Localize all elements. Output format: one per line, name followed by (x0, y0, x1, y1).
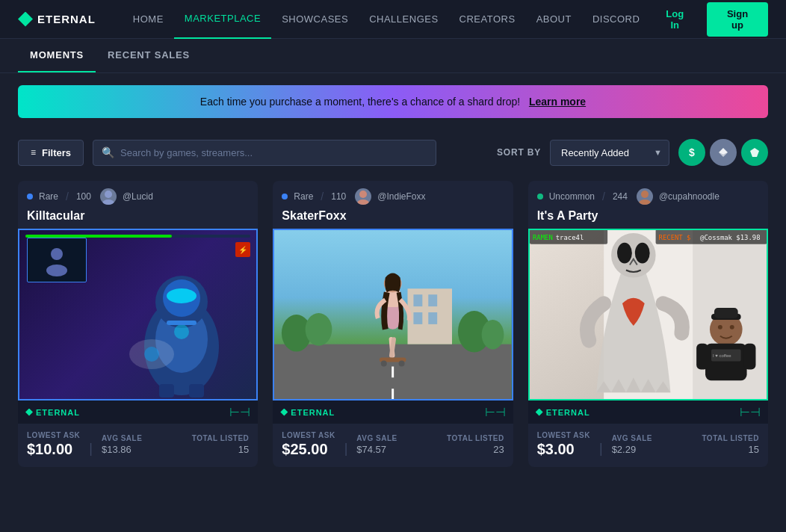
currency-usd-button[interactable]: $ (678, 139, 705, 166)
filters-button[interactable]: ≡ Filters (18, 140, 84, 166)
brand-name: ETERNAL (37, 13, 96, 25)
svg-rect-29 (414, 294, 423, 306)
svg-rect-14 (189, 384, 204, 398)
svg-rect-62 (696, 344, 708, 370)
currency-buttons: $ (678, 139, 768, 166)
nav-actions: Log In Sign up (650, 2, 768, 37)
search-input[interactable] (93, 140, 436, 166)
svg-point-57 (718, 325, 722, 330)
card-image-3: RAMEN trace4l RECENT $ @Cossmak $13.98 (528, 229, 768, 400)
card-killtacular[interactable]: Rare / 100 @Lucid Killtacular (18, 181, 258, 467)
total-listed-label-2: TOTAL LISTED (447, 434, 504, 442)
svg-point-46 (617, 243, 632, 264)
svg-rect-63 (743, 344, 755, 370)
nav-marketplace[interactable]: MARKETPLACE (174, 0, 271, 39)
svg-point-20 (357, 200, 369, 205)
svg-point-7 (46, 265, 67, 276)
nav-about[interactable]: ABOUT (526, 0, 582, 39)
avatar-1 (100, 188, 117, 205)
search-icon: 🔍 (102, 146, 114, 158)
lowest-ask-value-3: $3.00 (537, 441, 590, 458)
card-footer-2: ETERNAL ⊢⊣ (273, 400, 513, 424)
card-title-1: Killtacular (18, 209, 258, 229)
card-skaterfoxx[interactable]: Rare / 110 @IndieFoxx SkaterFoxx (273, 181, 513, 467)
svg-point-18 (144, 347, 159, 362)
avg-sale-label-3: AVG SALE (612, 434, 652, 442)
svg-point-19 (359, 191, 367, 198)
sort-select-wrap: Recently Added Price: Low to High Price:… (550, 140, 669, 166)
rarity-dot-1 (27, 194, 33, 200)
gem-icon (749, 147, 760, 158)
svg-point-58 (729, 325, 734, 330)
svg-point-25 (306, 313, 332, 346)
tab-moments[interactable]: MOMENTS (18, 39, 96, 72)
card-price-row-1: LOWEST ASK $10.00 | AVG SALE $13.86 TOTA… (18, 424, 258, 467)
svg-rect-30 (429, 294, 438, 306)
nav-challenges[interactable]: CHALLENGES (359, 0, 448, 39)
svg-point-38 (381, 360, 387, 366)
sort-select[interactable]: Recently Added Price: Low to High Price:… (550, 140, 669, 166)
eternal-logo-1: ETERNAL (25, 408, 80, 417)
sort-label: SORT BY (497, 147, 541, 158)
streamer-name-1: @Lucid (123, 191, 153, 202)
total-listed-label-1: TOTAL LISTED (192, 434, 250, 442)
svg-rect-56 (714, 308, 738, 318)
circuit-icon-1: ⊢⊣ (229, 405, 250, 419)
svg-text:RAMEN: RAMEN (533, 234, 553, 241)
lowest-ask-label-2: LOWEST ASK (282, 431, 335, 439)
nav-home[interactable]: HOME (123, 0, 174, 39)
streamer-name-2: @IndieFoxx (377, 191, 425, 202)
svg-text:@Cossmak $13.98: @Cossmak $13.98 (700, 234, 760, 241)
card-image-1: ⚡ (18, 229, 258, 400)
rarity-label-1: Rare (39, 191, 58, 202)
nav-discord[interactable]: DISCORD (582, 0, 650, 39)
circuit-icon-3: ⊢⊣ (740, 405, 761, 419)
svg-rect-32 (429, 312, 438, 324)
total-listed-value-3: 15 (749, 444, 759, 455)
svg-rect-59 (705, 344, 747, 381)
currency-gem-button[interactable] (741, 139, 768, 166)
rarity-dot-3 (537, 194, 543, 200)
total-listed-value-2: 23 (493, 444, 504, 455)
login-button[interactable]: Log In (650, 4, 699, 35)
card-header-3: Uncommon / 244 @cupahnoodle (528, 181, 768, 209)
eternal-logo-2: ETERNAL (280, 408, 335, 417)
currency-eth-button[interactable] (710, 139, 737, 166)
total-listed-label-3: TOTAL LISTED (702, 434, 759, 442)
svg-rect-16 (167, 321, 196, 325)
svg-point-47 (634, 243, 649, 264)
svg-point-41 (639, 200, 651, 205)
avatar-3 (637, 188, 653, 205)
svg-text:RECENT $: RECENT $ (658, 234, 690, 241)
svg-point-3 (105, 191, 112, 198)
avg-sale-value-1: $13.86 (102, 444, 142, 455)
tab-recent-sales[interactable]: RECENT SALES (96, 39, 202, 72)
banner-text: Each time you purchase a moment, there's… (200, 96, 520, 108)
eternal-label-2: ETERNAL (291, 408, 335, 417)
nav-creators[interactable]: CREATORS (449, 0, 526, 39)
eternal-label-1: ETERNAL (36, 408, 80, 417)
tabs-bar: MOMENTS RECENT SALES (0, 39, 786, 73)
filter-icon: ≡ (31, 147, 36, 158)
filters-label: Filters (42, 147, 71, 158)
rarity-dot-2 (282, 194, 288, 200)
svg-point-40 (641, 191, 649, 198)
card-header-2: Rare / 110 @IndieFoxx (273, 181, 513, 209)
nav-showcases[interactable]: SHOWCASES (271, 0, 359, 39)
navbar: ETERNAL HOME MARKETPLACE SHOWCASES CHALL… (0, 0, 786, 39)
avatar-2 (355, 188, 371, 205)
svg-marker-2 (750, 148, 759, 157)
lowest-ask-value-1: $10.00 (27, 441, 80, 458)
signup-button[interactable]: Sign up (707, 2, 768, 37)
svg-point-39 (399, 360, 405, 366)
card-footer-3: ETERNAL ⊢⊣ (528, 400, 768, 424)
brand-logo[interactable]: ETERNAL (18, 12, 96, 27)
banner-link[interactable]: Learn more (529, 96, 586, 108)
card-image-2 (273, 229, 513, 400)
lowest-ask-label-3: LOWEST ASK (537, 431, 590, 439)
total-listed-value-1: 15 (238, 444, 249, 455)
card-price-row-3: LOWEST ASK $3.00 | AVG SALE $2.29 TOTAL … (528, 424, 768, 467)
lowest-ask-value-2: $25.00 (282, 441, 335, 458)
streamer-name-3: @cupahnoodle (659, 191, 720, 202)
card-its-a-party[interactable]: Uncommon / 244 @cupahnoodle It's A Party (528, 181, 768, 467)
